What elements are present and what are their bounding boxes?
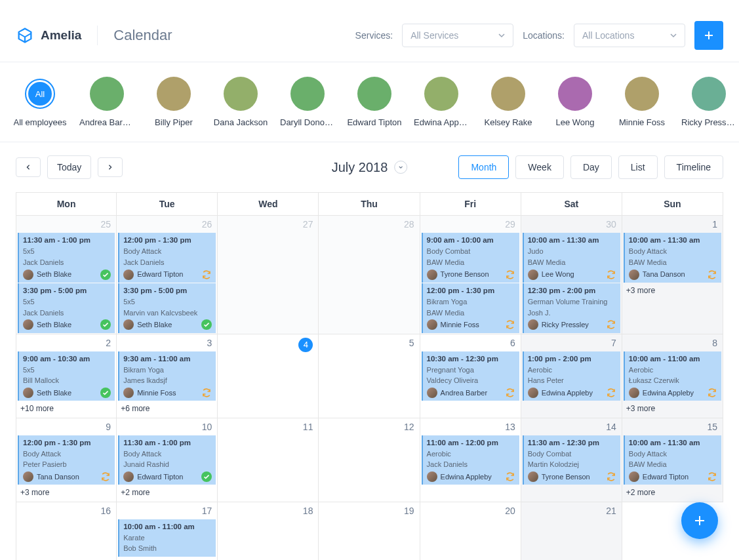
event-service: Body Attack	[629, 449, 717, 460]
event-attendee: Seth Blake	[137, 319, 198, 330]
calendar-cell[interactable]: 5	[319, 334, 420, 418]
view-timeline[interactable]: Timeline	[664, 155, 723, 179]
calendar-event[interactable]: 10:00 am - 11:00 amKarateBob Smith	[118, 519, 216, 557]
view-day[interactable]: Day	[570, 155, 612, 179]
event-location: BAW Media	[427, 257, 515, 268]
calendar-event[interactable]: 10:30 am - 12:30 pmPregnant YogaValdecy …	[422, 351, 519, 401]
calendar-event[interactable]: 10:00 am - 11:00 amAerobicŁukasz Czerwik…	[624, 351, 721, 401]
calendar-event[interactable]: 10:00 am - 11:30 amBody AttackBAW MediaT…	[624, 233, 721, 283]
event-time: 10:00 am - 11:00 am	[123, 521, 212, 532]
calendar-event[interactable]: 9:00 am - 10:30 am5x5Bill MallockSeth Bl…	[18, 351, 115, 401]
employee-name: Kelsey Rake	[485, 117, 532, 127]
calendar-event[interactable]: 9:00 am - 10:00 amBody CombatBAW MediaTy…	[422, 233, 519, 283]
calendar-cell[interactable]: 39:30 am - 11:00 amBikram YogaJames lkad…	[117, 334, 218, 418]
calendar-cell[interactable]: 299:00 am - 10:00 amBody CombatBAW Media…	[420, 216, 521, 334]
event-service: Body Attack	[123, 246, 212, 257]
calendar-event[interactable]: 12:00 pm - 1:30 pmBikram YogaBAW MediaMi…	[422, 283, 519, 333]
employee-filter[interactable]: Andrea Barber	[83, 77, 131, 127]
calendar-cell[interactable]: 16	[16, 502, 117, 561]
employee-filter[interactable]: Dana Jackson	[216, 77, 265, 127]
sync-icon	[201, 270, 212, 280]
calendar-event[interactable]: 12:30 pm - 2:00 pmGerman Volume Training…	[523, 283, 620, 333]
calendar-event[interactable]: 12:00 pm - 1:30 pmBody AttackPeter Pasie…	[18, 435, 115, 485]
employee-name: Edwina Appl…	[414, 117, 469, 127]
event-service: Body Combat	[427, 246, 515, 257]
employee-filter[interactable]: Lee Wong	[551, 77, 599, 127]
employee-filter[interactable]: Kelsey Rake	[484, 77, 532, 127]
calendar-cell[interactable]: 810:00 am - 11:00 amAerobicŁukasz Czerwi…	[622, 334, 723, 418]
calendar-event[interactable]: 3:30 pm - 5:00 pm5x5Marvin van Kalcvsbee…	[118, 283, 216, 333]
event-attendee: Seth Blake	[37, 269, 97, 280]
calendar-event[interactable]: 11:30 am - 1:00 pm5x5Jack DanielsSeth Bl…	[18, 233, 115, 283]
calendar-cell[interactable]: 12	[319, 418, 420, 502]
calendar-cell[interactable]: 2612:00 pm - 1:30 pmBody AttackJack Dani…	[117, 216, 218, 334]
employee-filter[interactable]: Billy Piper	[150, 77, 198, 127]
calendar-cell[interactable]: 20	[420, 502, 521, 561]
calendar-cell[interactable]: 1710:00 am - 11:00 amKarateBob Smith	[117, 502, 218, 561]
event-service: Pregnant Yoga	[427, 365, 515, 376]
calendar-cell[interactable]: 71:00 pm - 2:00 pmAerobicHans PeterEdwin…	[521, 334, 622, 418]
more-link[interactable]: +2 more	[117, 485, 217, 500]
calendar-event[interactable]: 11:30 am - 1:00 pmBody AttackJunaid Rash…	[118, 435, 216, 485]
calendar-cell[interactable]: 29:00 am - 10:30 am5x5Bill MallockSeth B…	[16, 334, 117, 418]
more-link[interactable]: +10 more	[16, 401, 116, 416]
calendar-cell[interactable]: 11	[218, 418, 319, 502]
month-dropdown[interactable]	[394, 161, 407, 174]
locations-select[interactable]: All Locations	[574, 24, 685, 47]
employee-filter[interactable]: AllAll employees	[16, 77, 64, 127]
calendar-event[interactable]: 11:30 am - 12:30 pmBody CombatMartin Kol…	[523, 435, 620, 485]
calendar-cell[interactable]: 1510:00 am - 11:30 amBody AttackBAW Medi…	[622, 418, 723, 502]
more-link[interactable]: +2 more	[622, 485, 723, 500]
calendar-cell[interactable]: 110:00 am - 11:30 amBody AttackBAW Media…	[622, 216, 723, 334]
avatar	[23, 319, 33, 330]
employee-name: Edward Tipton	[347, 117, 401, 127]
day-number: 6	[420, 334, 521, 351]
calendar-event[interactable]: 12:00 pm - 1:30 pmBody AttackJack Daniel…	[118, 233, 216, 283]
calendar-cell[interactable]: 1011:30 am - 1:00 pmBody AttackJunaid Ra…	[117, 418, 218, 502]
calendar-cell[interactable]: 18	[218, 502, 319, 561]
event-time: 12:00 pm - 1:30 pm	[123, 235, 212, 246]
employee-filter[interactable]: Ricky Pressley	[685, 77, 733, 127]
today-button[interactable]: Today	[47, 155, 91, 179]
calendar-cell[interactable]: 21	[521, 502, 622, 561]
more-link[interactable]: +3 more	[622, 401, 723, 416]
calendar-cell[interactable]: 1411:30 am - 12:30 pmBody CombatMartin K…	[521, 418, 622, 502]
employee-filter[interactable]: Edward Tipton	[350, 77, 399, 127]
calendar-cell[interactable]: 610:30 am - 12:30 pmPregnant YogaValdecy…	[420, 334, 521, 418]
more-link[interactable]: +3 more	[622, 283, 723, 298]
add-button[interactable]	[694, 21, 723, 50]
employee-filter[interactable]: Edwina Appl…	[417, 77, 466, 127]
calendar-event[interactable]: 10:00 am - 11:30 amJudoBAW MediaLee Wong	[523, 233, 620, 283]
avatar	[224, 77, 258, 111]
calendar-event[interactable]: 1:00 pm - 2:00 pmAerobicHans PeterEdwina…	[523, 351, 620, 401]
calendar-cell[interactable]: 912:00 pm - 1:30 pmBody AttackPeter Pasi…	[16, 418, 117, 502]
fab-add-button[interactable]	[681, 502, 718, 539]
employee-filter[interactable]: Daryll Donov…	[283, 77, 332, 127]
calendar-event[interactable]: 11:00 am - 12:00 pmAerobicJack DanielsEd…	[422, 435, 519, 485]
view-list[interactable]: List	[618, 155, 658, 179]
logo[interactable]: Amelia	[16, 26, 81, 45]
prev-button[interactable]	[16, 157, 41, 177]
calendar-cell[interactable]: 3010:00 am - 11:30 amJudoBAW MediaLee Wo…	[521, 216, 622, 334]
calendar-cell[interactable]: 1311:00 am - 12:00 pmAerobicJack Daniels…	[420, 418, 521, 502]
view-month[interactable]: Month	[458, 155, 509, 179]
day-header: Thu	[319, 193, 420, 216]
next-button[interactable]	[98, 157, 123, 177]
day-header: Sun	[622, 193, 723, 216]
calendar-event[interactable]: 9:30 am - 11:00 amBikram YogaJames lkads…	[118, 351, 216, 401]
calendar-event[interactable]: 10:00 am - 11:30 amBody AttackBAW MediaE…	[624, 435, 721, 485]
calendar-cell[interactable]: 28	[319, 216, 420, 334]
employee-filter[interactable]: Minnie Foss	[618, 77, 666, 127]
view-week[interactable]: Week	[515, 155, 564, 179]
calendar-cell[interactable]: 4	[218, 334, 319, 418]
services-select[interactable]: All Services	[402, 24, 513, 47]
event-location: Jack Daniels	[23, 257, 111, 268]
calendar-cell[interactable]: 27	[218, 216, 319, 334]
calendar-cell[interactable]: 19	[319, 502, 420, 561]
employee-filter-row: AllAll employeesAndrea BarberBilly Piper…	[0, 62, 739, 142]
divider	[97, 26, 98, 45]
calendar-cell[interactable]: 2511:30 am - 1:00 pm5x5Jack DanielsSeth …	[16, 216, 117, 334]
more-link[interactable]: +6 more	[117, 401, 217, 416]
more-link[interactable]: +3 more	[16, 485, 116, 500]
calendar-event[interactable]: 3:30 pm - 5:00 pm5x5Jack DanielsSeth Bla…	[18, 283, 115, 333]
